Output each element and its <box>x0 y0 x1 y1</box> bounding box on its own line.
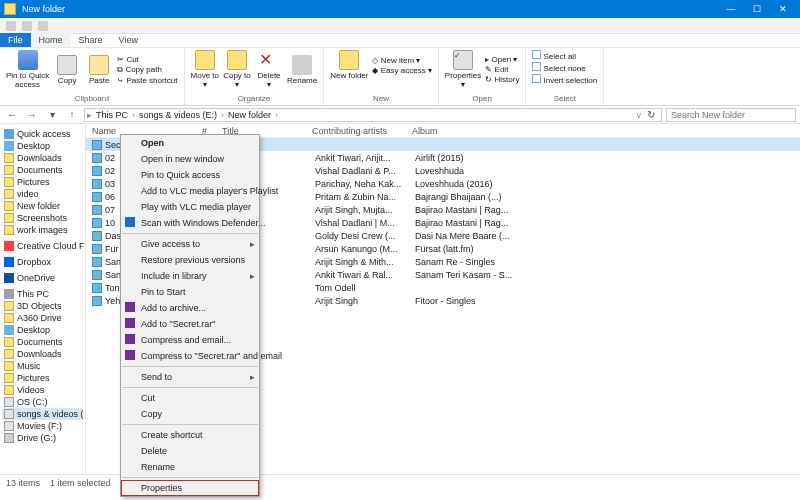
ctx-include-library[interactable]: Include in library▸ <box>121 268 259 284</box>
tree-item[interactable]: Desktop <box>2 140 83 152</box>
group-label: Open <box>445 94 520 105</box>
tab-view[interactable]: View <box>111 33 146 47</box>
file-icon <box>92 257 102 267</box>
tree-item[interactable]: Pictures <box>2 372 83 384</box>
group-label: Organize <box>191 94 318 105</box>
qat-icon[interactable] <box>22 21 32 31</box>
copy-to-button[interactable]: Copy to▾ <box>223 50 251 89</box>
tab-file[interactable]: File <box>0 33 31 47</box>
rename-button[interactable]: Rename <box>287 55 317 85</box>
search-input[interactable] <box>666 108 796 122</box>
ctx-properties[interactable]: Properties <box>121 480 259 496</box>
file-artist: Pritam & Zubin Na... <box>315 192 415 202</box>
tree-item[interactable]: OneDrive <box>2 272 83 284</box>
tree-item[interactable]: Movies (F:) <box>2 420 83 432</box>
invert-selection-button[interactable]: Invert selection <box>532 74 597 85</box>
file-artist: Parichay, Neha Kak... <box>315 179 415 189</box>
ctx-pin-qa[interactable]: Pin to Quick access <box>121 167 259 183</box>
tree-item[interactable]: Documents <box>2 336 83 348</box>
ctx-vlc-play[interactable]: Play with VLC media player <box>121 199 259 215</box>
tree-item[interactable]: Downloads <box>2 152 83 164</box>
back-button[interactable]: ← <box>4 109 20 120</box>
recent-button[interactable]: ▾ <box>44 109 60 120</box>
ctx-open[interactable]: Open <box>121 135 259 151</box>
select-all-button[interactable]: Select all <box>532 50 597 61</box>
archive-icon <box>125 334 135 344</box>
move-to-button[interactable]: Move to▾ <box>191 50 219 89</box>
cut-button[interactable]: ✂ Cut <box>117 55 177 64</box>
tree-item[interactable]: New folder <box>2 200 83 212</box>
copy-button[interactable]: Copy <box>53 55 81 85</box>
refresh-button[interactable]: ↻ <box>643 109 659 120</box>
address-bar[interactable]: ▸ This PC› songs & videos (E:)› New fold… <box>84 108 662 122</box>
tree-icon <box>4 421 14 431</box>
tree-item[interactable]: OS (C:) <box>2 396 83 408</box>
ctx-add-archive[interactable]: Add to archive... <box>121 300 259 316</box>
open-button[interactable]: ▸ Open ▾ <box>485 55 519 64</box>
tree-item[interactable]: Desktop <box>2 324 83 336</box>
pin-quick-access-button[interactable]: Pin to Quickaccess <box>6 50 49 89</box>
paste-shortcut-button[interactable]: ⤷ Paste shortcut <box>117 76 177 85</box>
maximize-button[interactable]: ☐ <box>744 0 770 18</box>
tree-item[interactable]: video <box>2 188 83 200</box>
tree-label: Quick access <box>17 129 71 139</box>
ctx-compress-rar-email[interactable]: Compress to "Secret.rar" and email <box>121 348 259 364</box>
ctx-defender[interactable]: Scan with Windows Defender... <box>121 215 259 231</box>
tree-item[interactable]: Creative Cloud Fil <box>2 240 83 252</box>
select-none-button[interactable]: Select none <box>532 62 597 73</box>
forward-button[interactable]: → <box>24 109 40 120</box>
breadcrumb[interactable]: New folder <box>226 110 273 120</box>
tree-item[interactable]: 3D Objects <box>2 300 83 312</box>
ctx-create-shortcut[interactable]: Create shortcut <box>121 427 259 443</box>
tree-item[interactable]: Drive (G:) <box>2 432 83 444</box>
ctx-cut[interactable]: Cut <box>121 390 259 406</box>
tree-item[interactable]: Downloads <box>2 348 83 360</box>
tree-item[interactable]: This PC <box>2 288 83 300</box>
ctx-send-to[interactable]: Send to▸ <box>121 369 259 385</box>
tree-item[interactable]: A360 Drive <box>2 312 83 324</box>
edit-button[interactable]: ✎ Edit <box>485 65 519 74</box>
ctx-delete[interactable]: Delete <box>121 443 259 459</box>
delete-button[interactable]: ✕Delete▾ <box>255 50 283 89</box>
tree-item[interactable]: Music <box>2 360 83 372</box>
file-icon <box>92 218 102 228</box>
tab-home[interactable]: Home <box>31 33 71 47</box>
tree-label: This PC <box>17 289 49 299</box>
tree-item[interactable]: Screenshots <box>2 212 83 224</box>
tree-item[interactable]: Pictures <box>2 176 83 188</box>
tree-item[interactable]: Videos <box>2 384 83 396</box>
ctx-open-new-window[interactable]: Open in new window <box>121 151 259 167</box>
tree-item[interactable]: Quick access <box>2 128 83 140</box>
ctx-restore[interactable]: Restore previous versions <box>121 252 259 268</box>
properties-button[interactable]: ✓Properties▾ <box>445 50 481 89</box>
new-folder-button[interactable]: New folder <box>330 50 368 80</box>
tree-item[interactable]: Dropbox <box>2 256 83 268</box>
breadcrumb[interactable]: songs & videos (E:) <box>137 110 219 120</box>
copy-path-button[interactable]: ⧉ Copy path <box>117 65 177 75</box>
tree-item[interactable]: Documents <box>2 164 83 176</box>
ctx-add-rar[interactable]: Add to "Secret.rar" <box>121 316 259 332</box>
qat-icon[interactable] <box>6 21 16 31</box>
ctx-copy[interactable]: Copy <box>121 406 259 422</box>
history-button[interactable]: ↻ History <box>485 75 519 84</box>
tab-share[interactable]: Share <box>71 33 111 47</box>
minimize-button[interactable]: ― <box>718 0 744 18</box>
close-button[interactable]: ✕ <box>770 0 796 18</box>
col-contrib[interactable]: Contributing artists <box>312 126 412 136</box>
breadcrumb[interactable]: This PC <box>94 110 130 120</box>
tree-view[interactable]: Quick accessDesktopDownloadsDocumentsPic… <box>0 124 86 474</box>
col-album[interactable]: Album <box>412 126 532 136</box>
ctx-pin-start[interactable]: Pin to Start <box>121 284 259 300</box>
paste-button[interactable]: Paste <box>85 55 113 85</box>
ctx-rename[interactable]: Rename <box>121 459 259 475</box>
up-button[interactable]: ↑ <box>64 109 80 120</box>
ctx-compress-email[interactable]: Compress and email... <box>121 332 259 348</box>
tree-item[interactable]: songs & videos ( <box>2 408 83 420</box>
tree-label: Videos <box>17 385 44 395</box>
ctx-vlc-playlist[interactable]: Add to VLC media player's Playlist <box>121 183 259 199</box>
tree-item[interactable]: work images <box>2 224 83 236</box>
ctx-give-access[interactable]: Give access to▸ <box>121 236 259 252</box>
new-item-button[interactable]: ◇ New item ▾ <box>372 56 431 65</box>
qat-icon[interactable] <box>38 21 48 31</box>
easy-access-button[interactable]: ◆ Easy access ▾ <box>372 66 431 75</box>
